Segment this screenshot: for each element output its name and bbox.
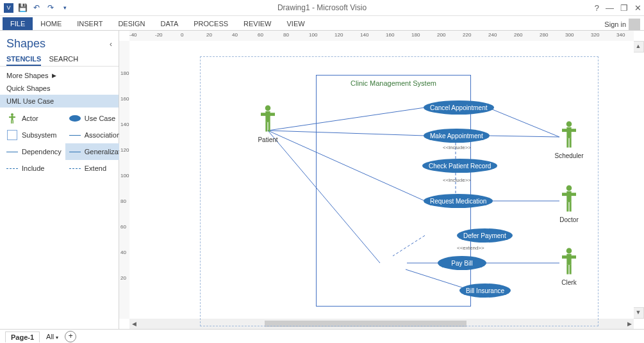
sign-in[interactable]: Sign in — [604, 19, 644, 30]
canvas-area: -40 -20 0 20 40 60 80 100 120 140 160 18… — [119, 31, 644, 329]
quick-access-toolbar: V 💾 ↶ ↷ ▾ — [0, 3, 70, 13]
scroll-down-button[interactable]: ▼ — [632, 307, 644, 319]
svg-line-10 — [488, 136, 559, 137]
svg-rect-30 — [566, 202, 568, 212]
usecase-request[interactable]: Request Medication — [424, 194, 493, 208]
new-page-button[interactable]: + — [65, 331, 76, 342]
usecase-insure[interactable]: Bill Insurance — [459, 283, 511, 298]
line-icon — [69, 131, 81, 140]
svg-rect-3 — [11, 120, 12, 124]
shape-include[interactable]: Include — [3, 160, 65, 177]
line-icon — [6, 147, 18, 156]
tab-home[interactable]: HOME — [33, 17, 69, 30]
svg-rect-4 — [13, 120, 14, 124]
page-sheet: Clinic Management System Patient Schedul… — [200, 56, 599, 326]
svg-rect-34 — [562, 255, 576, 259]
title-bar: V 💾 ↶ ↷ ▾ Drawing1 - Microsoft Visio ? —… — [0, 0, 644, 16]
close-icon[interactable]: ✕ — [634, 3, 641, 13]
scroll-left-icon[interactable]: ◀ — [129, 321, 138, 327]
ellipse-icon — [69, 114, 81, 123]
actor-clerk[interactable]: Clerk — [550, 248, 588, 286]
shape-dependency[interactable]: Dependency — [3, 143, 65, 160]
ribbon-tabs: FILE HOME INSERT DESIGN DATA PROCESS REV… — [0, 16, 644, 31]
tab-search[interactable]: SEARCH — [49, 53, 78, 66]
actor-scheduler[interactable]: Scheduler — [550, 121, 588, 159]
stencil-uml-use-case[interactable]: UML Use Case — [0, 95, 119, 108]
svg-point-0 — [11, 113, 13, 116]
chevron-right-icon: ▶ — [52, 72, 56, 79]
stereotype-include-2: <<include>> — [443, 177, 471, 183]
svg-rect-2 — [9, 116, 15, 118]
svg-rect-31 — [570, 202, 572, 212]
usecase-check[interactable]: Check Patient Record — [422, 159, 497, 173]
scroll-up-button[interactable]: ▲ — [632, 41, 644, 52]
window-title: Drawing1 - Microsoft Visio — [277, 3, 367, 12]
usecase-defer[interactable]: Defer Payment — [457, 228, 513, 243]
shapes-pane: Shapes ‹ STENCILS SEARCH More Shapes ▶ Q… — [0, 31, 119, 329]
minimize-icon[interactable]: — — [606, 3, 614, 13]
dash-line-icon — [6, 164, 18, 173]
svg-point-32 — [566, 248, 572, 254]
tab-stencils[interactable]: STENCILS — [6, 53, 41, 66]
tab-file[interactable]: FILE — [3, 17, 33, 30]
visio-icon: V — [4, 3, 13, 13]
stereotype-extend: <<extend>> — [457, 245, 484, 251]
save-icon[interactable]: 💾 — [17, 3, 28, 13]
scroll-right-icon[interactable]: ▶ — [625, 321, 634, 327]
page-tab-all[interactable]: All ▾ — [46, 333, 58, 340]
tab-review[interactable]: REVIEW — [236, 17, 279, 30]
redo-icon[interactable]: ↷ — [45, 3, 56, 13]
collapse-icon[interactable]: ‹ — [110, 40, 112, 49]
line-icon — [69, 147, 81, 156]
svg-rect-36 — [570, 265, 572, 275]
ruler-horizontal: -40 -20 0 20 40 60 80 100 120 140 160 18… — [129, 31, 634, 42]
shapes-pane-title: Shapes — [6, 37, 45, 51]
shape-subsystem[interactable]: Subsystem — [3, 127, 65, 143]
tab-view[interactable]: VIEW — [279, 17, 312, 30]
workspace: Shapes ‹ STENCILS SEARCH More Shapes ▶ Q… — [0, 31, 644, 329]
svg-rect-25 — [566, 138, 568, 148]
tab-process[interactable]: PROCESS — [186, 17, 236, 30]
tab-design[interactable]: DESIGN — [110, 17, 153, 30]
stencil-more-shapes[interactable]: More Shapes ▶ — [0, 69, 119, 82]
ruler-vertical: 180 160 140 120 100 80 60 40 20 — [119, 41, 130, 319]
tab-insert[interactable]: INSERT — [69, 17, 110, 30]
window-controls: ? — ❐ ✕ — [595, 3, 641, 13]
dash-line-icon — [69, 164, 81, 173]
sign-in-label: Sign in — [604, 20, 626, 28]
svg-rect-26 — [570, 138, 572, 148]
page-tabs: Page-1 All ▾ + — [0, 329, 644, 343]
shape-gallery: Actor Use Case Subsystem Association Dep… — [0, 108, 119, 179]
tab-data[interactable]: DATA — [153, 17, 186, 30]
page-tab-1[interactable]: Page-1 — [5, 331, 40, 342]
svg-point-22 — [566, 122, 572, 127]
svg-rect-35 — [566, 265, 568, 275]
usecase-cancel[interactable]: Cancel Appointment — [424, 100, 494, 115]
svg-rect-29 — [562, 193, 576, 196]
rect-icon — [6, 131, 18, 140]
actor-doctor[interactable]: Doctor — [550, 185, 588, 223]
svg-point-17 — [265, 106, 271, 111]
shapes-pane-tabs: STENCILS SEARCH — [0, 53, 119, 67]
qat-more-icon[interactable]: ▾ — [60, 3, 70, 13]
svg-rect-24 — [562, 129, 576, 132]
restore-icon[interactable]: ❐ — [620, 3, 628, 13]
actor-patient[interactable]: Patient — [249, 105, 287, 143]
shape-actor[interactable]: Actor — [3, 110, 65, 127]
subsystem-title: Clinic Management System — [317, 76, 470, 91]
svg-rect-21 — [268, 122, 270, 132]
avatar-icon — [629, 19, 640, 30]
svg-rect-20 — [265, 122, 267, 132]
drawing-page[interactable]: Clinic Management System Patient Schedul… — [129, 41, 634, 319]
actor-icon — [6, 114, 18, 123]
help-icon[interactable]: ? — [595, 3, 599, 13]
stencil-list: More Shapes ▶ Quick Shapes UML Use Case — [0, 67, 119, 108]
stereotype-include-1: <<include>> — [443, 145, 471, 150]
usecase-make[interactable]: Make Appointment — [424, 129, 490, 143]
usecase-pay[interactable]: Pay Bill — [438, 256, 486, 270]
undo-icon[interactable]: ↶ — [31, 3, 42, 13]
stencil-quick-shapes[interactable]: Quick Shapes — [0, 82, 119, 95]
svg-point-27 — [566, 186, 572, 191]
chevron-down-icon: ▾ — [56, 335, 58, 340]
svg-rect-19 — [261, 113, 275, 116]
